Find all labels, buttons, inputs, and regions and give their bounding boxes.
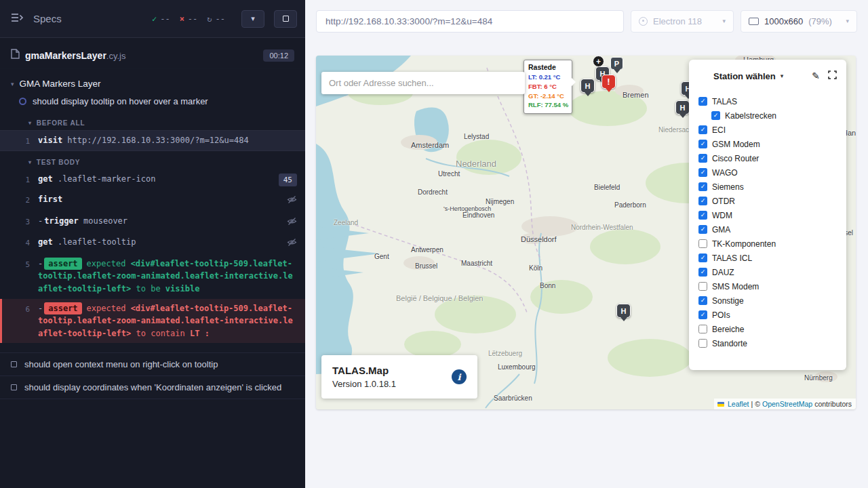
- command-assert[interactable]: 6-assertexpected <div#leaflet-tooltip-50…: [0, 299, 305, 344]
- command-number: 1: [0, 173, 38, 186]
- section-header-before-all[interactable]: ▾BEFORE ALL: [0, 112, 305, 130]
- map-label-nederland: Nederland: [456, 159, 496, 169]
- station-filter-bereiche[interactable]: Bereiche: [698, 322, 837, 336]
- map-label-bielefeld: Bielefeld: [594, 184, 620, 191]
- checkbox-checked[interactable]: ✓: [698, 253, 707, 262]
- map-search[interactable]: [321, 72, 525, 94]
- test-stats: ✓-- ×-- ↻--: [152, 14, 225, 24]
- checkbox-checked[interactable]: ✓: [698, 125, 707, 134]
- map-label-gent: Gent: [374, 253, 389, 260]
- station-filter-siemens[interactable]: ✓Siemens: [698, 180, 837, 194]
- checkbox-checked[interactable]: ✓: [698, 168, 707, 177]
- plus-marker[interactable]: +: [593, 56, 604, 67]
- checkbox-unchecked[interactable]: [698, 325, 707, 333]
- station-filter-pois[interactable]: ✓POIs: [698, 308, 837, 322]
- command-assert[interactable]: 5-assertexpected <div#leaflet-tooltip-50…: [0, 254, 305, 299]
- specs-label[interactable]: Specs: [33, 13, 62, 24]
- leaflet-link[interactable]: Leaflet: [728, 400, 749, 408]
- expand-icon[interactable]: [828, 70, 837, 82]
- map-label-lelystad: Lelystad: [464, 133, 489, 140]
- checkbox-checked[interactable]: ✓: [698, 154, 707, 163]
- specs-menu-icon[interactable]: [11, 13, 24, 25]
- assert-chip: assert: [44, 258, 81, 270]
- station-filter-talas[interactable]: ✓TALAS: [698, 94, 837, 108]
- map-label-luxembourg: Luxembourg: [498, 363, 536, 371]
- checkbox-checked[interactable]: ✓: [698, 97, 707, 106]
- checkbox-checked[interactable]: ✓: [698, 310, 707, 319]
- edit-icon[interactable]: ✎: [812, 70, 820, 81]
- checkbox-checked[interactable]: ✓: [698, 225, 707, 234]
- station-panel: Station wählen ▾ ✎ ✓TALAS✓Kabelstrecken✓…: [689, 60, 846, 370]
- station-filter-talas-icl[interactable]: ✓TALAS ICL: [698, 251, 837, 265]
- info-icon[interactable]: i: [452, 369, 467, 384]
- test-pending[interactable]: should display coordinates when 'Koordin…: [0, 376, 305, 399]
- checkbox-unchecked[interactable]: [698, 239, 707, 248]
- url-bar[interactable]: http://192.168.10.33:3000/?m=12&u=484: [316, 10, 624, 33]
- station-filter-sonstige[interactable]: ✓Sonstige: [698, 293, 837, 308]
- parking-marker[interactable]: P: [610, 57, 623, 70]
- command-first[interactable]: 2first: [0, 190, 305, 211]
- station-marker[interactable]: H: [580, 79, 595, 93]
- section-header-test-body[interactable]: ▾TEST BODY: [0, 151, 305, 169]
- filter-label: WAGO: [712, 168, 738, 178]
- viewport-zoom: (79%): [808, 16, 832, 26]
- checkbox-checked[interactable]: ✓: [698, 268, 707, 277]
- search-input[interactable]: [329, 78, 517, 88]
- collapse-all-button[interactable]: ▾: [241, 10, 264, 28]
- command-trigger[interactable]: 3-trigger mouseover: [0, 211, 305, 233]
- map-label-utrecht: Utrecht: [438, 170, 460, 178]
- station-filter-eci[interactable]: ✓ECI: [698, 123, 837, 137]
- test-active[interactable]: should display tooltip on hover over a m…: [0, 93, 305, 112]
- station-filter-gma[interactable]: ✓GMA: [698, 222, 837, 237]
- station-filter-gsm-modem[interactable]: ✓GSM Modem: [698, 137, 837, 151]
- alert-marker[interactable]: !: [601, 75, 616, 89]
- checkbox-checked[interactable]: ✓: [698, 182, 707, 191]
- map-label-k-ln: Köln: [529, 264, 542, 272]
- checkbox-checked[interactable]: ✓: [698, 197, 707, 205]
- station-marker[interactable]: H: [616, 304, 631, 318]
- station-filter-wdm[interactable]: ✓WDM: [698, 208, 837, 222]
- command-visit[interactable]: 1visit http://192.168.10.33:3000/?m=12&u…: [0, 130, 305, 151]
- app-version: Version 1.0.18.1: [332, 379, 396, 389]
- checkbox-unchecked[interactable]: [698, 339, 707, 348]
- panel-title[interactable]: Station wählen: [713, 71, 776, 81]
- station-filter-tk-komponenten[interactable]: TK-Komponenten: [698, 237, 837, 251]
- station-marker[interactable]: H: [675, 100, 690, 115]
- eye-off-icon: [287, 195, 297, 208]
- filter-label: GMA: [712, 225, 730, 235]
- test-pending[interactable]: should open context menu on right-click …: [0, 353, 305, 376]
- checkbox-checked[interactable]: ✓: [698, 296, 707, 305]
- station-filter-standorte[interactable]: Standorte: [698, 336, 837, 350]
- browser-label: Electron 118: [653, 16, 702, 26]
- leaflet-map[interactable]: HamburgBremenNiedersachsenHannoverFrysla…: [316, 56, 856, 409]
- station-filter-kabelstrecken[interactable]: ✓Kabelstrecken: [698, 108, 837, 123]
- station-filter-dauz[interactable]: ✓DAUZ: [698, 265, 837, 279]
- station-filter-sms-modem[interactable]: SMS Modem: [698, 279, 837, 293]
- checkbox-checked[interactable]: ✓: [711, 111, 720, 120]
- command-get[interactable]: 4get .leaflet-tooltip: [0, 232, 305, 254]
- stop-button[interactable]: [274, 10, 297, 28]
- chevron-down-icon: ▾: [722, 18, 726, 24]
- osm-link[interactable]: OpenStreetMap: [762, 400, 812, 408]
- filter-label: Sonstige: [712, 296, 744, 306]
- checkbox-checked[interactable]: ✓: [698, 211, 707, 220]
- map-label-l-tzebuerg: Lëtzebuerg: [488, 350, 522, 357]
- command-get[interactable]: 1get .leaflet-marker-icon45: [0, 169, 305, 190]
- cypress-reporter: Specs ✓-- ×-- ↻-- ▾ gmaMarkersLayer.cy.j…: [0, 0, 305, 488]
- spec-extension: .cy.js: [106, 51, 126, 61]
- checkbox-unchecked[interactable]: [698, 282, 707, 291]
- station-filter-cisco-router[interactable]: ✓Cisco Router: [698, 151, 837, 165]
- station-filter-otdr[interactable]: ✓OTDR: [698, 194, 837, 208]
- checkbox-checked[interactable]: ✓: [698, 140, 707, 148]
- viewport-icon: [749, 18, 759, 25]
- station-filter-wago[interactable]: ✓WAGO: [698, 165, 837, 180]
- browser-select[interactable]: Electron 118 ▾: [631, 10, 734, 33]
- suite-gma-markers-layer[interactable]: ▾ GMA Markers Layer: [0, 69, 305, 93]
- spec-duration-badge: 00:12: [263, 49, 294, 62]
- chevron-down-icon: ▾: [28, 120, 32, 126]
- marker-tooltip: Rastede LT: 0.21 °CFBT: 6 °CGT: -2.14 °C…: [524, 60, 572, 114]
- command-number: 4: [0, 236, 38, 249]
- viewport-select[interactable]: 1000x660 (79%) ▾: [741, 10, 857, 33]
- tooltip-measurement: FBT: 6 °C: [528, 82, 568, 92]
- chevron-down-icon[interactable]: ▾: [781, 73, 784, 79]
